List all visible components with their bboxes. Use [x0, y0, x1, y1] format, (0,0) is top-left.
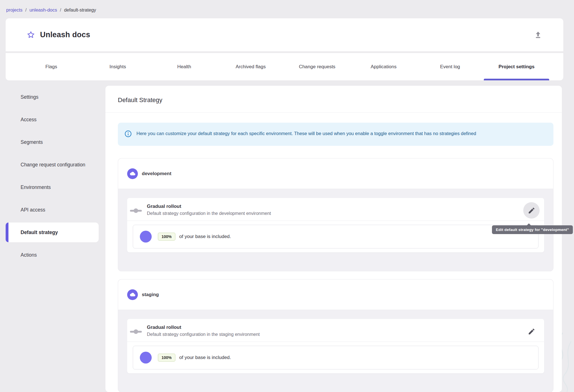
- page: projects / unleash-docs / default-strate…: [0, 0, 574, 392]
- panel-body: Here you can customize your default stra…: [105, 113, 562, 392]
- cloud-icon: [127, 289, 138, 300]
- tab-health[interactable]: Health: [151, 53, 218, 80]
- breadcrumb-separator: /: [60, 7, 61, 13]
- sidebar-item-default-strategy[interactable]: Default strategy: [6, 223, 99, 242]
- tab-project-settings[interactable]: Project settings: [483, 53, 550, 80]
- pencil-icon: [528, 207, 535, 214]
- tooltip-text: Edit default strategy for "development": [496, 228, 569, 232]
- rollout-description: of your base is included.: [179, 234, 231, 239]
- environment-name: staging: [142, 292, 159, 298]
- rollout-summary: 100% of your base is included.: [133, 225, 538, 248]
- environment-card-development: development Gradual rollout: [118, 158, 553, 271]
- tab-event-log[interactable]: Event log: [417, 53, 484, 80]
- breadcrumb-separator: /: [25, 7, 27, 13]
- sidebar-item-change-request-configuration[interactable]: Change request configuration: [6, 153, 99, 176]
- edit-strategy-button-development[interactable]: [523, 202, 540, 219]
- breadcrumb-link-projects[interactable]: projects: [6, 7, 23, 13]
- cloud-icon: [127, 168, 138, 179]
- breadcrumb-link-project[interactable]: unleash-docs: [29, 7, 57, 13]
- export-button[interactable]: [532, 29, 544, 41]
- project-header: Unleash docs: [6, 18, 563, 51]
- environment-card-staging: staging Gradual rollout Defa: [118, 279, 553, 392]
- info-icon: [124, 130, 132, 139]
- page-title: Unleash docs: [40, 30, 90, 39]
- strategy-header: Gradual rollout Default strategy configu…: [127, 198, 544, 221]
- strategy-title: Gradual rollout: [147, 325, 513, 330]
- tab-archived-flags[interactable]: Archived flags: [217, 53, 284, 80]
- settings-sidebar: Settings Access Segments Change request …: [6, 86, 99, 266]
- upload-icon: [534, 30, 542, 39]
- star-icon: [27, 30, 35, 39]
- gradual-rollout-icon: [129, 207, 142, 215]
- strategy-description: Default strategy configuration in the de…: [147, 211, 513, 216]
- info-alert: Here you can customize your default stra…: [118, 123, 553, 146]
- sidebar-item-segments[interactable]: Segments: [6, 131, 99, 153]
- strategy-header: Gradual rollout Default strategy configu…: [127, 319, 544, 342]
- panel-title: Default Strategy: [105, 86, 562, 113]
- environment-body-development: Gradual rollout Default strategy configu…: [118, 189, 553, 271]
- breadcrumb-current: default-strategy: [64, 7, 96, 13]
- sidebar-item-actions[interactable]: Actions: [6, 244, 99, 266]
- edit-strategy-button-staging[interactable]: [523, 323, 540, 340]
- strategy-card-development: Gradual rollout Default strategy configu…: [127, 198, 544, 252]
- default-strategy-panel: Default Strategy Here you can customize …: [105, 86, 562, 392]
- project-tabs: Flags Insights Health Archived flags Cha…: [6, 53, 563, 80]
- rollout-percent-badge: 100%: [158, 233, 175, 241]
- strategy-title: Gradual rollout: [147, 204, 513, 209]
- rollout-description: of your base is included.: [179, 355, 231, 360]
- strategy-body: 100% of your base is included.: [127, 342, 544, 373]
- sidebar-item-api-access[interactable]: API access: [6, 199, 99, 221]
- sidebar-item-access[interactable]: Access: [6, 108, 99, 131]
- rollout-summary: 100% of your base is included.: [133, 346, 538, 369]
- tab-change-requests[interactable]: Change requests: [284, 53, 350, 80]
- environment-header-staging: staging: [118, 279, 553, 310]
- sidebar-item-environments[interactable]: Environments: [6, 176, 99, 199]
- tab-flags[interactable]: Flags: [18, 53, 85, 80]
- favorite-button[interactable]: [26, 30, 36, 40]
- gradual-rollout-icon: [129, 328, 142, 336]
- environment-name: development: [142, 171, 171, 177]
- tab-applications[interactable]: Applications: [350, 53, 417, 80]
- rollout-percent-badge: 100%: [158, 354, 175, 362]
- strategy-description: Default strategy configuration in the st…: [147, 332, 513, 337]
- strategy-body: 100% of your base is included.: [127, 221, 544, 252]
- tooltip-arrow: [527, 223, 531, 226]
- rollout-pie-100: [140, 352, 152, 364]
- info-alert-text: Here you can customize your default stra…: [136, 130, 476, 139]
- environment-header-development: development: [118, 158, 553, 189]
- breadcrumb: projects / unleash-docs / default-strate…: [6, 7, 96, 13]
- edit-strategy-tooltip: Edit default strategy for "development": [492, 225, 573, 234]
- environment-body-staging: Gradual rollout Default strategy configu…: [118, 310, 553, 392]
- tab-insights[interactable]: Insights: [85, 53, 151, 80]
- strategy-card-staging: Gradual rollout Default strategy configu…: [127, 319, 544, 373]
- rollout-pie-100: [140, 231, 152, 243]
- sidebar-item-settings[interactable]: Settings: [6, 86, 99, 108]
- pencil-icon: [528, 328, 535, 335]
